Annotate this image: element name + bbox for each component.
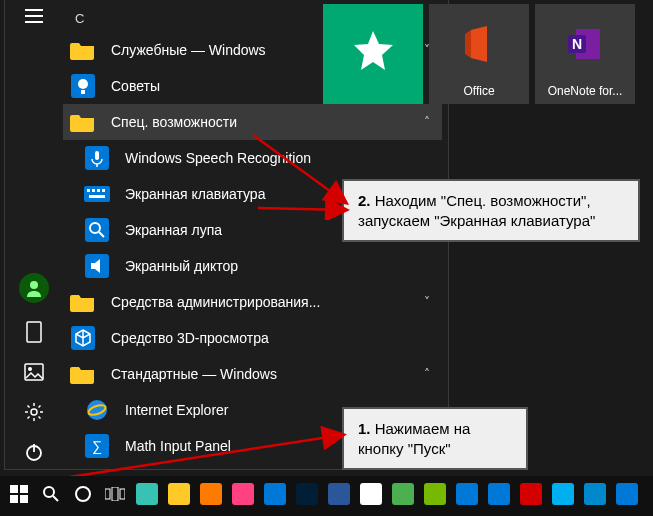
math-icon: ∑ — [83, 432, 111, 460]
svg-rect-15 — [102, 189, 105, 192]
office-icon — [459, 4, 499, 84]
svg-point-32 — [44, 487, 54, 497]
svg-rect-44 — [360, 483, 382, 505]
callout-step-2: 2. Находим "Спец. возможности", запускае… — [342, 179, 640, 242]
svg-rect-35 — [112, 487, 118, 501]
menu-item-label: Средство 3D-просмотра — [111, 330, 442, 346]
word-icon — [328, 483, 350, 509]
taskbar — [0, 476, 653, 516]
taskbar-chrome[interactable] — [356, 481, 386, 511]
narrator-icon — [83, 252, 111, 280]
tile-OneNote for...[interactable]: NOneNote for... — [535, 4, 635, 104]
magnifier-icon — [83, 216, 111, 244]
svg-rect-30 — [10, 495, 18, 503]
app1-icon — [392, 483, 414, 509]
cortana-icon — [74, 485, 92, 507]
taskbar-word[interactable] — [324, 481, 354, 511]
callout-text: Нажимаем на кнопку "Пуск" — [358, 420, 470, 457]
taskbar-taskview[interactable] — [100, 481, 130, 511]
cube-icon — [69, 324, 97, 352]
defender-icon — [488, 483, 510, 509]
taskbar-firefox[interactable] — [196, 481, 226, 511]
menu-item-label: Средства администрирования... — [111, 294, 398, 310]
folder-icon — [69, 108, 97, 136]
utorrent-icon — [424, 483, 446, 509]
svg-rect-34 — [105, 489, 110, 499]
folder-icon — [69, 360, 97, 388]
callout-step-1: 1. Нажимаем на кнопку "Пуск" — [342, 407, 528, 470]
taskbar-cortana[interactable] — [68, 481, 98, 511]
documents-icon[interactable] — [23, 321, 45, 343]
menu-item-label: Спец. возможности — [111, 114, 398, 130]
bulb-icon — [69, 72, 97, 100]
taskbar-paint[interactable] — [228, 481, 258, 511]
menu-item-7[interactable]: Средства администрирования...˅ — [63, 284, 442, 320]
pictures-icon[interactable] — [23, 361, 45, 383]
taskbar-skype[interactable] — [548, 481, 578, 511]
taskbar-opera[interactable] — [516, 481, 546, 511]
menu-item-3[interactable]: Windows Speech Recognition — [63, 140, 442, 176]
menu-item-label: Windows Speech Recognition — [125, 150, 442, 166]
svg-rect-29 — [20, 485, 28, 493]
taskbar-utorrent[interactable] — [420, 481, 450, 511]
svg-text:N: N — [572, 36, 582, 52]
explorer-icon — [168, 483, 190, 509]
taskbar-mail[interactable] — [260, 481, 290, 511]
skype-icon — [552, 483, 574, 509]
tile-caption: Office — [463, 84, 494, 98]
callout-number: 1. — [358, 420, 371, 437]
menu-item-6[interactable]: Экранный диктор — [63, 248, 442, 284]
telegram-icon — [584, 483, 606, 509]
firefox-icon — [200, 483, 222, 509]
chevron-up-icon: ˄ — [412, 367, 442, 381]
svg-rect-2 — [25, 364, 43, 380]
taskbar-defender[interactable] — [484, 481, 514, 511]
svg-rect-42 — [296, 483, 318, 505]
taskbar-search[interactable] — [36, 481, 66, 511]
taskbar-edge[interactable] — [132, 481, 162, 511]
onenote-icon: N — [566, 4, 604, 84]
settings-icon[interactable] — [23, 401, 45, 423]
svg-rect-12 — [87, 189, 90, 192]
start-icon — [10, 485, 28, 507]
power-icon[interactable] — [23, 441, 45, 463]
callout-text: Находим "Спец. возможности", запускаем "… — [358, 192, 595, 229]
edge-icon — [136, 483, 158, 509]
svg-rect-39 — [200, 483, 222, 505]
svg-rect-17 — [85, 218, 109, 242]
svg-rect-49 — [520, 483, 542, 505]
menu-item-9[interactable]: Стандартные — Windows˄ — [63, 356, 442, 392]
taskbar-explorer[interactable] — [164, 481, 194, 511]
folder-icon — [69, 288, 97, 316]
taskbar-start[interactable] — [4, 481, 34, 511]
svg-rect-28 — [10, 485, 18, 493]
taskbar-calc[interactable] — [452, 481, 482, 511]
user-avatar[interactable] — [19, 273, 49, 303]
svg-rect-1 — [27, 322, 41, 342]
tile-star[interactable] — [323, 4, 423, 104]
svg-rect-37 — [136, 483, 158, 505]
svg-point-33 — [76, 487, 90, 501]
menu-icon[interactable] — [23, 5, 45, 27]
menu-item-2[interactable]: Спец. возможности˄ — [63, 104, 442, 140]
mic-icon — [83, 144, 111, 172]
callout-number: 2. — [358, 192, 371, 209]
svg-rect-13 — [92, 189, 95, 192]
tile-Office[interactable]: Office — [429, 4, 529, 104]
svg-point-7 — [78, 79, 88, 89]
svg-rect-43 — [328, 483, 350, 505]
taskbar-app1[interactable] — [388, 481, 418, 511]
chrome-icon — [360, 483, 382, 509]
star-icon — [349, 4, 397, 98]
mail-icon — [264, 483, 286, 509]
opera-icon — [520, 483, 542, 509]
menu-item-8[interactable]: Средство 3D-просмотра — [63, 320, 442, 356]
taskbar-telegram[interactable] — [580, 481, 610, 511]
taskbar-photoshop[interactable] — [292, 481, 322, 511]
ie-icon — [83, 396, 111, 424]
svg-rect-46 — [424, 483, 446, 505]
svg-text:∑: ∑ — [92, 438, 102, 455]
svg-point-3 — [28, 367, 32, 371]
svg-rect-38 — [168, 483, 190, 505]
taskbar-app2[interactable] — [612, 481, 642, 511]
